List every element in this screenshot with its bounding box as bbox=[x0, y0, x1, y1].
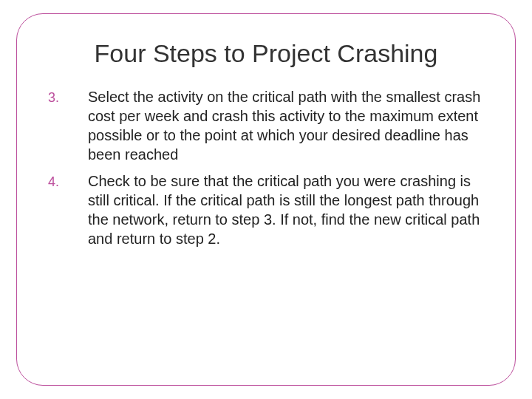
list-number: 4. bbox=[48, 171, 82, 248]
list-item: Select the activity on the critical path… bbox=[88, 87, 484, 164]
slide-frame: Four Steps to Project Crashing 3. Select… bbox=[16, 13, 516, 386]
list-item: Check to be sure that the critical path … bbox=[88, 171, 484, 248]
list-number: 3. bbox=[48, 87, 82, 164]
numbered-list: 3. Select the activity on the critical p… bbox=[48, 87, 484, 248]
slide: Four Steps to Project Crashing 3. Select… bbox=[0, 0, 532, 399]
slide-title: Four Steps to Project Crashing bbox=[48, 39, 484, 68]
